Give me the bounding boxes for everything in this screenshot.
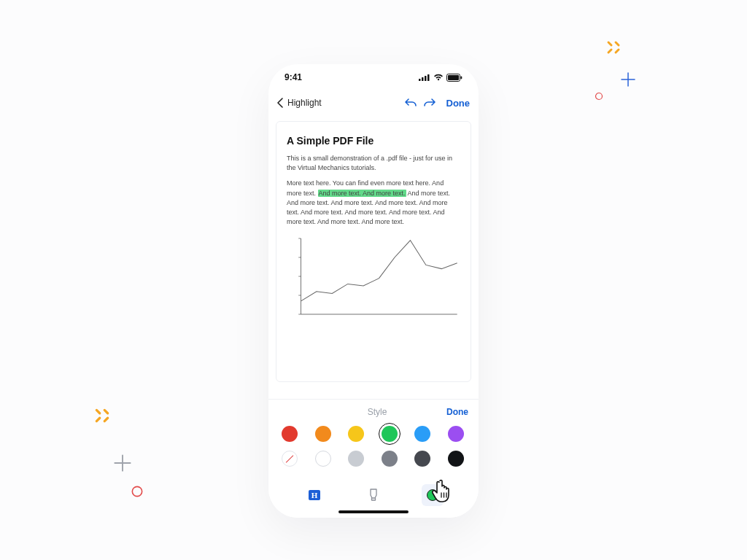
svg-point-6 — [596, 93, 603, 100]
marker-icon — [367, 488, 380, 502]
svg-rect-14 — [419, 79, 421, 81]
style-panel: Style Done — [268, 399, 479, 478]
swatch-gray[interactable] — [382, 451, 398, 467]
home-indicator[interactable] — [338, 510, 409, 513]
svg-rect-15 — [422, 77, 424, 81]
nav-title: Highlight — [287, 98, 322, 108]
status-time: 9:41 — [285, 72, 302, 82]
swatch-orange[interactable] — [315, 426, 331, 442]
document-preview[interactable]: A Simple PDF File This is a small demons… — [276, 121, 471, 382]
chevron-left-icon — [277, 98, 283, 108]
svg-text:H: H — [311, 491, 317, 499]
swatch-black[interactable] — [448, 451, 464, 467]
wifi-icon — [433, 74, 444, 81]
swatch-green[interactable] — [382, 426, 398, 442]
color-tool[interactable] — [422, 484, 444, 506]
document-paragraph-1: This is a small demonstration of a .pdf … — [287, 154, 460, 173]
svg-line-8 — [104, 410, 107, 413]
nav-bar: Highlight Done — [268, 90, 479, 115]
svg-line-9 — [96, 418, 99, 421]
swatch-yellow[interactable] — [348, 426, 364, 442]
active-color-chip — [427, 489, 438, 501]
svg-line-1 — [616, 42, 619, 45]
svg-line-10 — [104, 418, 107, 421]
svg-line-7 — [96, 410, 99, 413]
redo-button[interactable] — [422, 95, 438, 111]
status-bar: 9:41 — [268, 64, 479, 90]
status-indicators — [419, 74, 462, 82]
svg-rect-17 — [427, 74, 430, 81]
svg-rect-16 — [425, 76, 427, 81]
swatch-red[interactable] — [282, 426, 298, 442]
swatch-white[interactable] — [315, 451, 331, 467]
svg-line-0 — [608, 42, 611, 45]
undo-icon — [404, 97, 417, 109]
nav-done-button[interactable]: Done — [446, 98, 471, 109]
svg-point-13 — [132, 486, 142, 496]
svg-rect-20 — [461, 76, 462, 79]
redo-icon — [423, 97, 436, 109]
document-chart — [287, 234, 460, 323]
svg-line-3 — [616, 50, 619, 52]
undo-button[interactable] — [403, 95, 419, 111]
document-title: A Simple PDF File — [287, 135, 460, 147]
swatch-none[interactable] — [282, 451, 298, 467]
swatch-lightgray[interactable] — [348, 451, 364, 467]
cellular-icon — [419, 74, 430, 81]
highlighted-text[interactable]: And more text. And more text. — [318, 190, 406, 197]
highlight-tool-icon: H — [308, 489, 321, 502]
swatch-darkgray[interactable] — [414, 451, 430, 467]
swatch-blue[interactable] — [414, 426, 430, 442]
back-button[interactable]: Highlight — [277, 98, 322, 108]
svg-line-2 — [608, 50, 611, 52]
battery-icon — [446, 74, 462, 82]
color-swatch-grid — [268, 424, 479, 478]
svg-rect-19 — [448, 75, 459, 80]
swatch-purple[interactable] — [448, 426, 464, 442]
style-done-button[interactable]: Done — [446, 407, 468, 417]
marker-tool[interactable] — [363, 484, 384, 506]
highlight-tool[interactable]: H — [303, 484, 325, 506]
document-paragraph-2: More text here. You can find even more t… — [287, 179, 460, 226]
style-panel-title: Style — [308, 407, 446, 417]
phone-frame: 9:41 Highlight Done A Simple PDF File Th… — [268, 64, 479, 518]
